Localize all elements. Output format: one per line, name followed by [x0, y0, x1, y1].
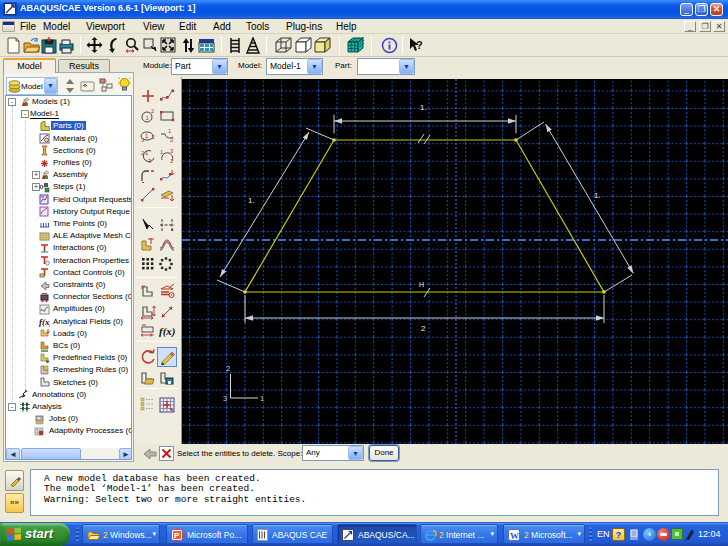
svg-text:2: 2 — [421, 324, 426, 333]
svg-text:1.: 1. — [594, 191, 601, 200]
svg-text:f(x): f(x) — [159, 325, 175, 338]
svg-text:3: 3 — [223, 394, 227, 403]
svg-text:2: 2 — [170, 158, 174, 164]
svg-text:2: 2 — [151, 134, 155, 140]
svg-text:W: W — [510, 531, 519, 541]
svg-text:3: 3 — [170, 148, 174, 154]
svg-text:H: H — [419, 281, 424, 288]
svg-text:1: 1 — [145, 133, 149, 139]
svg-text:1: 1 — [168, 128, 172, 134]
svg-text:1: 1 — [145, 114, 149, 120]
svg-text:1.: 1. — [248, 196, 255, 205]
svg-text:1.: 1. — [420, 103, 427, 112]
svg-text:P: P — [174, 531, 180, 540]
svg-text:2: 2 — [226, 364, 230, 373]
svg-text:2: 2 — [151, 108, 155, 114]
svg-text:f(x): f(x) — [39, 317, 50, 327]
svg-text:1: 1 — [260, 394, 264, 403]
svg-text:?: ? — [416, 39, 423, 51]
svg-text:2: 2 — [170, 137, 174, 143]
